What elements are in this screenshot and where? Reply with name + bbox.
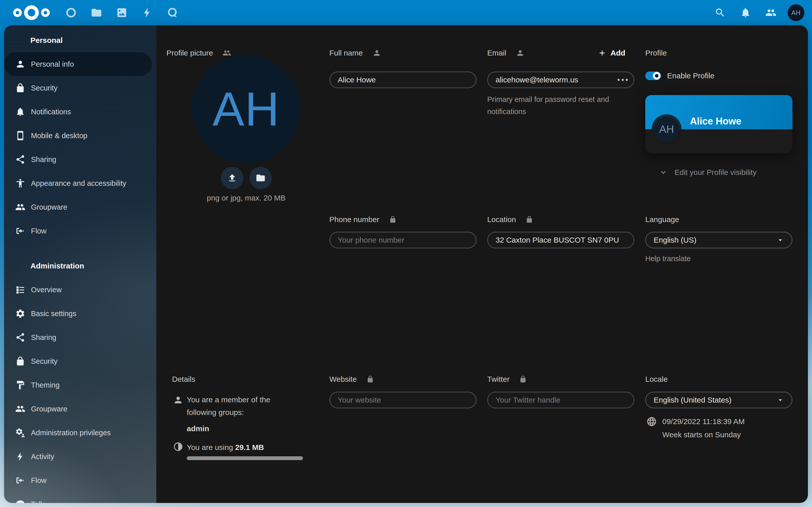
website-input[interactable] — [329, 392, 476, 408]
sidebar-item-activity[interactable]: Activity — [4, 445, 152, 468]
nextcloud-logo-icon[interactable] — [11, 5, 52, 21]
group-name: admin — [187, 422, 298, 435]
scope-lock-icon[interactable] — [366, 376, 374, 383]
overview-list-icon — [15, 285, 26, 295]
sidebar-item-overview[interactable]: Overview — [4, 278, 152, 302]
accessibility-icon — [15, 178, 26, 188]
scope-account-icon[interactable] — [372, 49, 381, 57]
sidebar-item-groupware[interactable]: Groupware — [4, 195, 152, 219]
lock-icon — [15, 356, 26, 366]
group-icon — [15, 202, 26, 212]
files-app-icon[interactable] — [84, 0, 109, 25]
details-heading: Details — [172, 375, 195, 384]
scope-lock-icon[interactable] — [389, 216, 397, 223]
locale-label: Locale — [645, 375, 668, 384]
profile-card-avatar: AH — [654, 117, 679, 142]
content-frame: Personal Personal info Security Notifica… — [4, 25, 808, 503]
language-select[interactable]: English (US) — [645, 232, 793, 248]
twitter-input[interactable] — [487, 392, 635, 408]
location-label: Location — [487, 215, 516, 224]
upload-avatar-button[interactable] — [221, 167, 243, 189]
group-icon — [15, 404, 26, 414]
sidebar-item-admin-flow[interactable]: Flow — [4, 468, 152, 492]
globe-icon — [646, 416, 657, 427]
bell-icon — [15, 107, 26, 117]
twitter-label: Twitter — [487, 375, 510, 384]
top-header-bar: AH — [0, 0, 812, 25]
enable-profile-label: Enable Profile — [667, 71, 715, 80]
usage-text: You are using — [187, 443, 235, 451]
help-translate-link[interactable]: Help translate — [645, 252, 691, 265]
profile-card-name: Alice Howe — [690, 116, 742, 127]
caret-down-icon — [776, 236, 784, 244]
full-name-label: Full name — [329, 49, 363, 57]
sidebar-item-basic-settings[interactable]: Basic settings — [4, 302, 152, 326]
scope-lock-icon[interactable] — [525, 216, 533, 223]
notifications-bell-icon[interactable] — [733, 0, 758, 25]
profile-picture-avatar: AH — [192, 55, 301, 164]
user-avatar-initials: AH — [792, 9, 801, 16]
member-account-icon — [173, 395, 183, 405]
flow-icon — [15, 475, 26, 486]
search-icon[interactable] — [707, 0, 733, 25]
account-icon — [15, 59, 26, 69]
quota-pie-icon — [173, 442, 183, 452]
website-label: Website — [329, 375, 357, 384]
locale-datetime: 09/29/2022 11:18:39 AM — [662, 417, 745, 426]
locale-week-note: Week starts on Sunday — [662, 431, 741, 439]
lightning-icon — [15, 451, 26, 462]
sidebar-item-admin-sharing[interactable]: Sharing — [4, 326, 152, 349]
sidebar-item-appearance-accessibility[interactable]: Appearance and accessibility — [4, 171, 152, 195]
flow-icon — [15, 226, 26, 236]
personal-info-panel: Profile picture AH png or jpg, max. 20 M… — [156, 25, 808, 503]
share-icon — [15, 154, 26, 165]
user-avatar[interactable]: AH — [788, 4, 804, 21]
sidebar-item-admin-groupware[interactable]: Groupware — [4, 397, 152, 421]
contacts-icon[interactable] — [758, 0, 783, 25]
dashboard-app-icon[interactable] — [58, 0, 84, 25]
settings-sidebar: Personal Personal info Security Notifica… — [4, 25, 156, 503]
email-actions-menu-icon[interactable] — [618, 79, 628, 81]
smartphone-icon — [15, 130, 26, 141]
scope-contacts-icon[interactable] — [222, 49, 231, 57]
sidebar-item-notifications[interactable]: Notifications — [4, 100, 152, 124]
scope-lock-icon[interactable] — [519, 376, 527, 383]
sidebar-item-admin-security[interactable]: Security — [4, 349, 152, 373]
gear-account-icon — [15, 428, 26, 438]
sidebar-item-security[interactable]: Security — [4, 76, 152, 100]
profile-section-heading: Profile — [645, 49, 667, 57]
photos-app-icon[interactable] — [109, 0, 135, 25]
language-label: Language — [645, 215, 679, 224]
phone-input[interactable] — [329, 232, 476, 248]
phone-label: Phone number — [329, 215, 379, 224]
caret-down-icon — [776, 396, 784, 404]
email-input[interactable] — [487, 71, 635, 88]
full-name-input[interactable] — [329, 71, 476, 88]
share-icon — [15, 332, 26, 342]
usage-value: 29.1 MB — [235, 443, 264, 451]
talk-app-icon[interactable] — [160, 0, 185, 25]
edit-profile-visibility-link[interactable]: Edit your Profile visibility — [659, 168, 756, 177]
profile-preview-card[interactable]: AH Alice Howe — [645, 95, 793, 153]
scope-account-icon[interactable] — [516, 49, 524, 57]
email-helper-text: Primary email for password reset and not… — [487, 93, 617, 118]
app-menu — [58, 0, 185, 25]
sidebar-item-administration-privileges[interactable]: Administration privileges — [4, 421, 152, 445]
sidebar-item-theming[interactable]: Theming — [4, 373, 152, 397]
sidebar-item-flow[interactable]: Flow — [4, 219, 152, 243]
sidebar-item-personal-info[interactable]: Personal info — [4, 52, 152, 76]
add-email-button[interactable]: Add — [596, 48, 627, 58]
sidebar-item-sharing[interactable]: Sharing — [4, 148, 152, 171]
location-input[interactable] — [487, 232, 635, 248]
sidebar-item-talk[interactable]: Talk — [4, 492, 152, 503]
sidebar-heading-personal: Personal — [4, 29, 156, 52]
plus-icon — [598, 49, 606, 57]
sidebar-item-mobile-desktop[interactable]: Mobile & desktop — [4, 124, 152, 148]
activity-app-icon[interactable] — [135, 0, 160, 25]
choose-from-files-button[interactable] — [249, 167, 272, 189]
header-actions: AH — [707, 0, 806, 25]
locale-select[interactable]: English (United States) — [645, 392, 793, 408]
enable-profile-toggle[interactable] — [645, 71, 661, 80]
groups-membership-text: You are a member of the following groups… — [187, 395, 270, 416]
email-label: Email — [487, 49, 506, 57]
